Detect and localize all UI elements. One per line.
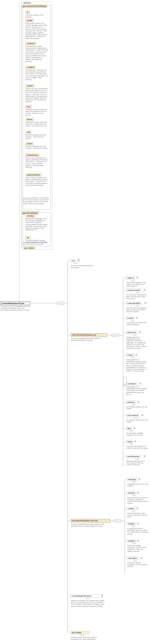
attr-howuri: howuri [26,118,34,121]
plus-icon[interactable]: + [144,289,145,291]
el-contributor: contributor [126,382,137,386]
plus-icon[interactable]: + [142,414,143,416]
el-anyother: any ##other [71,631,89,634]
attr-creator: creator [26,19,34,22]
attr-how: how [26,105,32,108]
el-located: located [126,316,134,320]
plus-icon[interactable]: + [78,260,80,261]
el-contentModified: contentModified [126,302,142,305]
plus-icon[interactable]: + [138,540,139,542]
plus-icon[interactable]: + [137,523,139,524]
ext-desc: Extension Property; the semantics are de… [71,600,105,607]
plus-icon[interactable]: + [134,428,135,429]
attr-dir: dir [26,236,30,239]
icon-name: icon [72,260,75,262]
root-name: ContentMetadataAcDType [2,302,24,304]
el-userInteraction: userInteraction [126,455,140,458]
grp-common-desc: A group of attributes for all elements o… [23,197,50,204]
attr-anyother: any ##other [23,246,36,250]
attr-id: id [26,11,30,14]
plus-icon[interactable]: + [145,302,146,304]
sequence-admin [112,334,119,336]
plus-icon[interactable]: + [138,478,140,480]
attr-custom-desc: If set to true the corresponding propert… [26,88,48,103]
attr-creator-desc: If the property value is not defined, sp… [26,22,48,40]
admin-name: AdministrativeMetadataGroup [71,334,97,336]
el-contentCreated: contentCreated [126,288,141,292]
attr-xmllang: xml:lang [26,214,35,218]
icon-card: 0..∞ [74,262,77,264]
plus-icon[interactable]: + [138,492,139,494]
el-ext: contentMetaExtProperty [71,594,102,598]
grp-common-hdr: grp commonPowerAttributes [22,5,47,8]
plus-icon[interactable]: + [140,383,141,384]
sequence-desc [114,520,121,522]
attr-howuri-desc: Indicates by which means the value was e… [26,121,48,127]
attr-creatoruri-desc: If the attribute is empty, specifies whi… [26,45,48,62]
attr-why: why [26,130,32,134]
el-headline: headline [127,539,136,542]
el-slugline: slugline [127,522,136,526]
el-audience: audience [126,400,136,404]
attr-custom: custom [26,84,34,88]
attr-pubconstraint-desc: One or many constraints that apply to pu… [26,157,48,168]
grp-i18n-hdr: grp i18nAttributes [22,212,38,214]
el-altId: altId [126,427,132,430]
el-subject: subject [127,507,135,510]
plus-icon[interactable]: + [139,332,141,333]
ext-name: contentMetaExtProperty [72,595,92,597]
attr-id-desc: The local identifier of the property. [26,14,48,18]
icon-desc: An iconic visual identification of the c… [71,265,96,268]
plus-icon[interactable]: + [138,401,139,403]
plus-icon[interactable]: + [136,317,138,319]
attr-xmllang-desc: Specifies the language of this property … [26,218,48,231]
el-creator2: creator [126,354,134,357]
el-urgency: urgency [126,276,135,280]
plus-icon[interactable]: + [140,557,142,559]
attr-modified: modified [26,66,35,69]
attr-creatoruri: creatoruri [26,42,36,45]
el-rating: rating [126,440,133,443]
attr-whyuri-desc: Why the metadata has been included - exp… [26,146,48,149]
el-description: description [127,556,138,560]
grp-i18n-desc: A group of attributes for language and s… [23,241,50,245]
el-infoSource: infoSource [126,331,137,334]
root-desc: The type for a set of metadata propertie… [0,306,30,311]
attr-how-desc: Indicates by which means the value was e… [26,108,48,116]
attr-modified-desc: The date (and, optionally, the time) whe… [26,69,48,80]
admin-desc: A group of properties associated with th… [71,338,107,341]
descgrp-desc: A group of properties associated with th… [71,523,110,527]
attributes-label: attributes [24,2,31,4]
el-admin: AdministrativeMetadataGroup [71,333,107,337]
plus-icon[interactable]: + [136,277,138,278]
plus-icon[interactable]: + [136,508,138,509]
el-descgrp: DescriptiveMetadataCoreGroup [71,519,110,523]
attr-why-desc: Why the metadata has been included - exp… [26,134,48,140]
anyother-desc: Extension point for provider-defined pro… [71,636,100,640]
plus-icon[interactable]: + [134,440,136,442]
el-keyword: keyword [127,491,136,494]
plus-icon[interactable]: + [144,456,145,457]
plus-icon[interactable]: + [136,354,137,356]
attr-pubconstrainturi-desc: One or many constraints that apply to pu… [26,177,48,186]
el-exclAudience: exclAudience [126,414,139,417]
sequence-main [57,302,64,304]
descgrp-name: DescriptiveMetadataCoreGroup [71,519,99,522]
attr-whyuri: whyuri [26,142,34,145]
attr-pubconstraint: pubconstraint [26,154,40,157]
root-element: ContentMetadataAcDType [0,302,30,305]
plus-icon[interactable]: + [101,595,103,596]
el-language: language [127,478,137,481]
attr-pubconstrainturi: pubconstrainturi [26,173,42,176]
